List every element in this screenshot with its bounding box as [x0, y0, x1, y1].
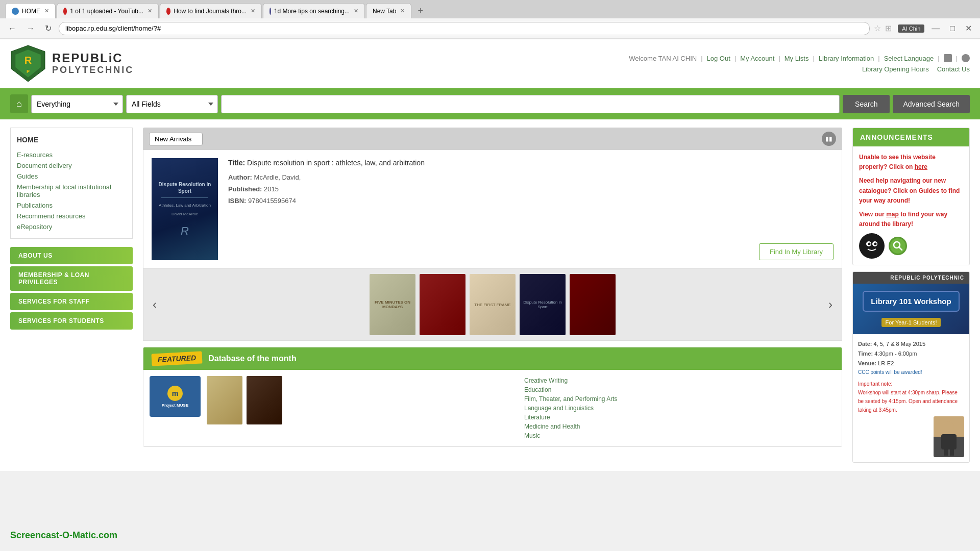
title-label: Title: [228, 159, 247, 167]
contact-us-link[interactable]: Contact Us [937, 65, 970, 73]
about-us-button[interactable]: ABOUT US [10, 247, 133, 264]
sidebar-document-delivery[interactable]: Document delivery [17, 160, 126, 171]
sidebar-recommend[interactable]: Recommend resources [17, 211, 126, 221]
tab-close-yt1[interactable]: ✕ [148, 8, 152, 14]
person-svg [934, 416, 964, 457]
right-sidebar: ANNOUNCEMENTS Unable to see this website… [852, 128, 970, 463]
workshop-person-silhouette [934, 416, 964, 457]
divider [161, 197, 208, 198]
subject-music[interactable]: Music [524, 431, 836, 440]
logo-line2: POLYTECHNIC [52, 65, 134, 76]
carousel-book-3-label: THE FIRST FRAME [472, 300, 512, 309]
carousel-prev-button[interactable]: ‹ [149, 297, 161, 312]
isbn-label: ISBN: [228, 197, 248, 205]
workshop-person-area [858, 414, 964, 457]
close-window-button[interactable]: ✕ [962, 22, 975, 34]
tab-close-yt2[interactable]: ✕ [251, 8, 255, 14]
subject-medicine[interactable]: Medicine and Health [524, 422, 836, 431]
tab-close-st[interactable]: ✕ [354, 8, 358, 14]
back-button[interactable]: ← [5, 23, 19, 34]
date-value: 4, 5, 7 & 8 May 2015 [874, 341, 926, 347]
home-button[interactable]: ⌂ [10, 94, 28, 113]
carousel-book-5[interactable] [570, 274, 616, 335]
address-input[interactable] [59, 22, 870, 35]
select-language-link[interactable]: Select Language [884, 55, 934, 62]
subject-education[interactable]: Education [524, 385, 836, 394]
workshop-date-row: Date: 4, 5, 7 & 8 May 2015 [858, 339, 964, 349]
services-staff-button[interactable]: SERVICES FOR STAFF [10, 293, 133, 310]
main-layout: HOME E-resources Document delivery Guide… [0, 119, 980, 471]
book-cover-title: Dispute Resolution in Sport [156, 181, 214, 194]
featured-badge: FEATURED [151, 351, 202, 366]
tab-search-tips[interactable]: 1d More tips on searching... ✕ [263, 3, 365, 18]
featured-content: m Project MUSE Creative Writing Educatio… [143, 370, 842, 446]
maximize-button[interactable]: □ [947, 23, 958, 34]
header-navigation: Welcome TAN AI CHIN | Log Out | My Accou… [629, 54, 970, 73]
search-button[interactable]: Search [843, 95, 890, 113]
my-account-link[interactable]: My Account [740, 55, 774, 62]
services-students-button[interactable]: SERVICES FOR STUDENTS [10, 312, 133, 330]
logout-link[interactable]: Log Out [707, 55, 730, 62]
bookmark-icon[interactable]: ☆ [874, 23, 881, 33]
tab-close-new[interactable]: ✕ [400, 8, 405, 14]
tab-youtube1[interactable]: 1 of 1 uploaded - YouTub... ✕ [57, 3, 159, 18]
search-input[interactable] [221, 95, 840, 113]
workshop-venue-row: Venue: LR-E2 [858, 359, 964, 368]
carousel-book-1[interactable]: FIVE MINUTES ON MONDAYS [370, 274, 415, 335]
sidebar-e-resources[interactable]: E-resources [17, 149, 126, 160]
tab-new[interactable]: New Tab ✕ [366, 3, 411, 18]
subject-creative-writing[interactable]: Creative Writing [524, 376, 836, 385]
tab-close-home[interactable]: ✕ [44, 8, 49, 14]
my-lists-link[interactable]: My Lists [785, 55, 809, 62]
workshop-details: Date: 4, 5, 7 & 8 May 2015 Time: 4:30pm … [853, 334, 969, 462]
carousel-book-3[interactable]: THE FIRST FRAME [470, 274, 516, 335]
svg-point-11 [944, 421, 954, 432]
center-content: New Arrivals ▮▮ Dispute Resolution in Sp… [143, 128, 842, 463]
advanced-search-button[interactable]: Advanced Search [893, 95, 970, 113]
reload-button[interactable]: ↻ [42, 22, 55, 34]
subject-literature[interactable]: Literature [524, 413, 836, 422]
carousel-book-4[interactable]: Dispute Resolution in Sport [520, 274, 566, 335]
featured-db-logo: m Project MUSE [150, 376, 201, 417]
tab-label-yt1: 1 of 1 uploaded - YouTub... [70, 8, 143, 15]
tab-youtube2[interactable]: How to find Journals thro... ✕ [160, 3, 262, 18]
map-link[interactable]: map [886, 211, 899, 218]
pause-carousel-button[interactable]: ▮▮ [822, 132, 836, 146]
carousel-next-button[interactable]: › [824, 297, 837, 312]
sidebar-home-link[interactable]: HOME [17, 134, 126, 145]
sidebar-membership[interactable]: Membership at local institutional librar… [17, 182, 126, 200]
tab-home[interactable]: HOME ✕ [5, 3, 56, 18]
book-carousel: ‹ FIVE MINUTES ON MONDAYS THE FIRST FRAM… [143, 269, 842, 341]
sidebar-erepository[interactable]: eRepository [17, 221, 126, 232]
browser-tabs-bar: HOME ✕ 1 of 1 uploaded - YouTub... ✕ How… [0, 0, 980, 18]
new-arrivals-dropdown[interactable]: New Arrivals [149, 133, 203, 145]
tab-icon-home [12, 8, 19, 15]
new-tab-button[interactable]: + [412, 3, 428, 18]
important-note-label: Important note: [858, 380, 964, 388]
minimize-button[interactable]: — [928, 23, 943, 34]
announcement-here-link[interactable]: here [915, 163, 927, 170]
accessibility-icon [944, 54, 952, 62]
extensions-icon[interactable]: ⊞ [885, 23, 892, 33]
new-arrivals-header: New Arrivals ▮▮ [143, 128, 842, 150]
sidebar-guides[interactable]: Guides [17, 171, 126, 182]
scope-dropdown[interactable]: Everything Catalogue Articles E-Resource… [31, 95, 123, 113]
carousel-book-2[interactable] [420, 274, 465, 335]
subject-film[interactable]: Film, Theater, and Performing Arts [524, 394, 836, 404]
ai-chin-button[interactable]: AI Chin [898, 24, 924, 33]
time-value: 4:30pm - 6:00pm [874, 350, 917, 357]
subject-language[interactable]: Language and Linguistics [524, 404, 836, 413]
svg-point-8 [874, 243, 877, 245]
library-info-link[interactable]: Library Information [819, 55, 874, 62]
find-in-library-button[interactable]: Find In My Library [759, 243, 834, 260]
membership-loan-button[interactable]: MEMBERSHIP & LOAN PRIVILEGES [10, 266, 133, 291]
svg-point-7 [868, 243, 871, 245]
book-cover-inner: Dispute Resolution in Sport Athletes, La… [152, 158, 218, 260]
forward-button[interactable]: → [23, 23, 38, 34]
field-dropdown[interactable]: All Fields Title Author Subject ISBN [126, 95, 218, 113]
library-hours-link[interactable]: Library Opening Hours [862, 65, 929, 73]
sidebar-publications[interactable]: Publications [17, 200, 126, 211]
publisher-icon: R [181, 224, 189, 238]
sidebar-nav-links: HOME E-resources Document delivery Guide… [10, 128, 133, 239]
tab-icon-st [270, 8, 271, 15]
